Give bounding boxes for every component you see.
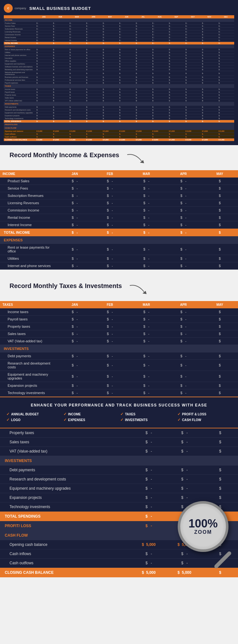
table-row: Rental Income $ -$ -$ -$ -$ -$ -$ -$ -$ … (4, 36, 234, 39)
table-row: Website development and maintenance$-$-$… (4, 71, 234, 76)
table-row: Interest Income $ - $ - $ - $ - $ (0, 221, 238, 229)
income-section-header: INCOME (4, 18, 234, 22)
table-row: Commission Income $ -$ -$ -$ -$ -$ -$ -$… (4, 33, 234, 36)
feature-cash-flow: ✓ CASH FLOW (177, 418, 232, 422)
table-row: Expansion projects$-$-$-$-$-$-$-$-$-$-$-… (4, 114, 234, 117)
check-icon-8: ✓ (177, 418, 181, 422)
jan-col-2: JAN (57, 301, 92, 308)
table-row: Sales taxes $ - $ - $ - $ - $ (0, 330, 238, 338)
income-label: INCOME (4, 18, 234, 22)
feature-annual-budget: ✓ ANNUAL BUDGET (6, 412, 61, 416)
table-row: Internet and phone services $ - $ - $ - … (0, 262, 238, 270)
magnifier-overlay: 100% ZOOM (178, 501, 228, 552)
feature-col-1: ✓ ANNUAL BUDGET ✓ LOGO (6, 412, 61, 422)
table-row: Expansion projects $ - $ - $ - $ - $ (0, 382, 238, 389)
jul-header: JUL (135, 15, 151, 18)
mar-col-2: MAR (128, 301, 165, 308)
feature-label-logo: LOGO (11, 418, 20, 422)
nov-header: NOV (201, 15, 218, 18)
description-title-2: Record Monthly Taxes & Investments (10, 282, 122, 290)
feature-taxes: ✓ TAXES (120, 412, 175, 416)
table-row: Income taxes$-$-$-$-$-$-$-$-$-$-$-$- (4, 88, 234, 91)
table-row: Equipment and machinery upgrades $ - $ -… (0, 371, 238, 382)
jun-header: JUN (118, 15, 135, 18)
feature-investments: ✓ INVESTMENTS (120, 418, 175, 422)
spreadsheet-header: C company SMALL BUSINESS BUDGET (4, 4, 234, 13)
table-row: Debt payments $ - $ - $ (0, 466, 238, 475)
logo-area: C company (4, 4, 26, 13)
table-row: Equipment and machinery upgrades $ - $ -… (0, 484, 238, 493)
feature-label-taxes: TAXES (125, 413, 136, 416)
check-icon-4: ✓ (63, 418, 67, 422)
company-name: company (15, 7, 26, 10)
banner-title: ENHANCE YOUR PERFORMANCE AND TRACK BUSIN… (6, 403, 232, 407)
magnifier-zoom-text: ZOOM (194, 529, 212, 535)
taxes-investments-detail: TAXES JAN FEB MAR APR MAY Income taxes $… (0, 301, 238, 397)
table-row: Office supplies$-$-$-$-$-$-$-$-$-$-$-$- (4, 60, 234, 63)
taxes-section-header: TAXES (4, 84, 234, 88)
table-row: Product Sales $ -$ -$ -$ -$ -$ -$ -$ -$ … (4, 22, 234, 25)
jan-header: JAN (36, 15, 52, 18)
profit-loss-header: PROFIT/LOSS (4, 123, 234, 126)
table-row: Rental Income $ - $ - $ - $ - $ (0, 214, 238, 221)
income-col-header: INCOME (0, 170, 57, 178)
zoom-section: Property taxes $ - $ - $ Sales taxes $ -… (0, 428, 238, 577)
feature-income: ✓ INCOME (63, 412, 118, 416)
jan-col: JAN (57, 170, 92, 178)
check-icon-5: ✓ (120, 412, 123, 416)
table-row: Business permits and licenses$-$-$-$-$-$… (4, 76, 234, 79)
table-row: Licensing Revenues $ - $ - $ - $ - $ (0, 199, 238, 207)
expenses-section-header: EXPENSES (4, 45, 234, 48)
svg-marker-0 (140, 160, 144, 163)
mar-header: MAR (69, 15, 85, 18)
logo-circle: C (4, 4, 13, 13)
feature-label-expenses: EXPENSES (68, 418, 85, 422)
dec-header: DEC (218, 15, 234, 18)
total-income-row: TOTAL INCOME $ -$ -$ -$ -$ -$ -$ -$ -$ -… (4, 42, 234, 45)
investments-section-detail: INVESTMENTS (0, 345, 238, 353)
table-row: Research and development costs $ - $ - $ (0, 475, 238, 484)
svg-marker-1 (142, 291, 147, 294)
apr-col: APR (165, 170, 202, 178)
table-row: Utilities$-$-$-$-$-$-$-$-$-$-$-$- (4, 51, 234, 54)
sep-header: SEP (168, 15, 184, 18)
table-row: Software licenses and subscriptions$-$-$… (4, 65, 234, 68)
check-icon-1: ✓ (6, 412, 10, 416)
may-header: MAY (102, 15, 118, 18)
table-row: Professional services fees$-$-$-$-$-$-$-… (4, 79, 234, 82)
table-row: Opening cash balance $ 5,000$ 5,000$ 5,0… (4, 130, 234, 133)
feature-expenses: ✓ EXPENSES (63, 418, 118, 422)
cash-flow-header: CASH FLOW (4, 126, 234, 130)
table-row: Commission Income $ - $ - $ - $ - $ (0, 207, 238, 214)
table-row: Property taxes$-$-$-$-$-$-$-$-$-$-$-$- (4, 94, 234, 97)
income-expenses-detail: INCOME JAN FEB MAR APR MAY Product Sales… (0, 170, 238, 270)
may-col-2: MAY (202, 301, 238, 308)
label-col-header (4, 15, 36, 18)
curved-arrow-icon-2 (128, 284, 147, 297)
table-row: Interest Income $ -$ -$ -$ -$ -$ -$ -$ -… (4, 39, 234, 42)
feature-col-3: ✓ TAXES ✓ INVESTMENTS (120, 412, 175, 422)
magnifier-percent-text: 100% (188, 518, 218, 529)
may-col: MAY (202, 170, 238, 178)
curved-arrow-icon (126, 153, 145, 166)
table-row: Insurance$-$-$-$-$-$-$-$-$-$-$-$- (4, 57, 234, 60)
table-row: Cash outflows $-$-$-$-$-$-$-$-$-$-$-$- (4, 136, 234, 138)
table-row: Rent or lease payments for office $ - $ … (0, 244, 238, 255)
feature-label-profit-loss: PROFIT & LOSS (182, 413, 207, 416)
spreadsheet-title: SMALL BUSINESS BUDGET (30, 6, 91, 11)
table-row: Utilities $ - $ - $ - $ - $ (0, 255, 238, 262)
feature-label-income: INCOME (68, 413, 81, 416)
spreadsheet-overview: C company SMALL BUSINESS BUDGET JAN FEB … (0, 0, 238, 145)
table-row: Income taxes $ - $ - $ - $ - $ (0, 308, 238, 316)
table-row: Equipment and machinery$-$-$-$-$-$-$-$-$… (4, 63, 234, 65)
check-icon-6: ✓ (120, 418, 123, 422)
check-icon-3: ✓ (63, 412, 67, 416)
features-grid: ✓ ANNUAL BUDGET ✓ LOGO ✓ INCOME ✓ EXPENS… (6, 412, 232, 422)
check-icon-7: ✓ (177, 412, 181, 416)
closing-cash-zoom: CLOSING CASH BALANCE $ 5,000 $ 5,000 $ (0, 568, 238, 578)
table-row: Technology investments $ - $ - $ - $ - $ (0, 389, 238, 397)
total-income-row-detail: TOTAL INCOME $ - $ - $ - $ - $ (0, 229, 238, 237)
table-row: VAT (Value-added tax)$-$-$-$-$-$-$-$-$-$… (4, 99, 234, 102)
total-spendings-row: TOTAL SPENDINGS $-$-$-$-$-$-$-$-$-$-$-$- (4, 120, 234, 123)
table-row: Property taxes $ - $ - $ - $ - $ (0, 323, 238, 330)
